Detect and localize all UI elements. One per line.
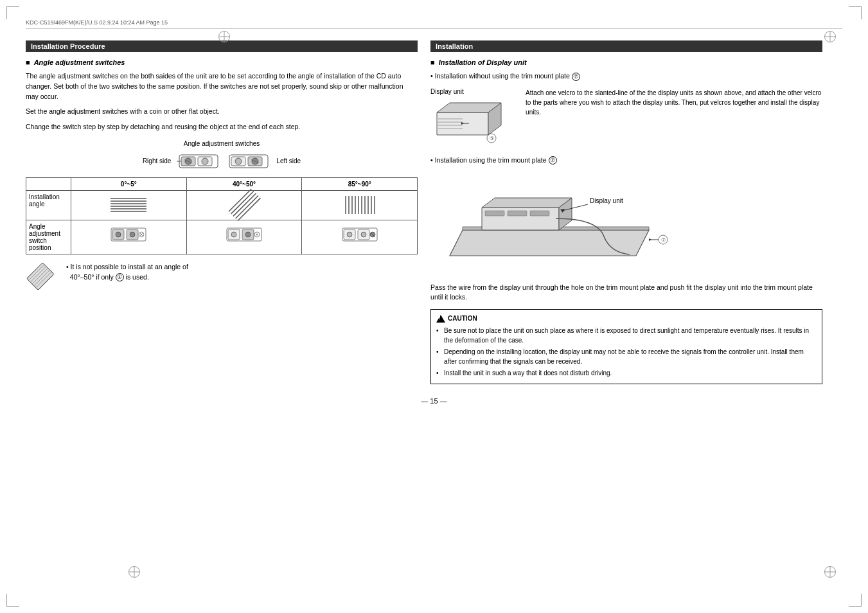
- caution-item-3: Install the unit in such a way that it d…: [436, 368, 817, 378]
- right-side-label: Right side: [143, 157, 171, 164]
- svg-point-46: [245, 232, 251, 237]
- vertical-angle-visual: [302, 190, 418, 220]
- svg-line-20: [236, 195, 258, 218]
- switch-pos-85-90: [302, 220, 418, 254]
- left-column: Installation Procedure Angle adjustment …: [26, 40, 418, 384]
- trim-mount-svg: Display unit ⑦: [430, 172, 668, 275]
- caution-triangle-icon: [436, 315, 445, 323]
- page-header: KDC-C519/469FM(K/E)/U.S 02.9.24 10:24 AM…: [26, 19, 842, 29]
- right-switch-svg: [176, 150, 221, 172]
- svg-line-21: [233, 193, 256, 216]
- install-with-trim-label: • Installation using the trim mount plat…: [430, 155, 822, 166]
- caution-item-1: Be sure not to place the unit on such pl…: [436, 326, 817, 345]
- switch-pos-0-5: [71, 220, 187, 254]
- svg-text:⑦: ⑦: [661, 237, 666, 243]
- svg-point-9: [235, 158, 242, 164]
- svg-point-36: [116, 232, 121, 237]
- content-area: Installation Procedure Angle adjustment …: [26, 40, 842, 384]
- svg-point-54: [361, 232, 366, 237]
- caution-item-2: Depending on the installing location, th…: [436, 347, 817, 366]
- corner-tl: [6, 6, 19, 19]
- diag-svg: [225, 193, 263, 216]
- pass-wire-text: Pass the wire from the display unit thro…: [430, 283, 822, 303]
- note-text: • It is not possible to install at an an…: [66, 262, 188, 283]
- diagonal-angle-visual: [186, 190, 302, 220]
- caution-box: CAUTION Be sure not to place the unit on…: [430, 309, 822, 384]
- caution-header: CAUTION: [436, 314, 817, 323]
- display-unit-svg-1: ⑤: [430, 96, 514, 148]
- header-text: KDC-C519/469FM(K/E)/U.S 02.9.24 10:24 AM…: [26, 19, 168, 26]
- svg-point-38: [130, 232, 135, 237]
- svg-text:⑤: ⑤: [490, 136, 494, 141]
- svg-line-22: [231, 191, 254, 213]
- switch-pos-40-50: [186, 220, 302, 254]
- corner-tr: [849, 6, 862, 19]
- flat-svg: [109, 193, 148, 216]
- right-column: Installation Installation of Display uni…: [430, 40, 822, 384]
- circle-7-2: ⑦: [549, 156, 557, 164]
- page-number: — 15 —: [26, 397, 842, 405]
- row1-label: Installationangle: [26, 190, 71, 220]
- right-section-title: Installation: [436, 42, 473, 50]
- switch-pos-vert-svg: [341, 223, 379, 245]
- switches-row: Right side: [26, 150, 418, 172]
- body-text-3: Change the switch step by step by detach…: [26, 122, 418, 132]
- display-unit-diagram-1: Display unit: [430, 88, 514, 149]
- flat-angle-visual: [71, 190, 187, 220]
- svg-line-19: [238, 198, 260, 220]
- svg-point-5: [202, 158, 208, 164]
- svg-line-23: [229, 189, 251, 211]
- col-85-90: 85°~90°: [302, 177, 418, 190]
- cd-changer-icon: [26, 262, 61, 298]
- body-text-2: Set the angle adjustment switches with a…: [26, 107, 418, 117]
- col-40-50: 40°~50°: [186, 177, 302, 190]
- left-side-label: Left side: [276, 157, 301, 164]
- page: KDC-C519/469FM(K/E)/U.S 02.9.24 10:24 AM…: [0, 0, 868, 613]
- left-section-header: Installation Procedure: [26, 40, 418, 52]
- display-without-trim-row: Display unit: [430, 88, 822, 149]
- display-unit-label: Installation of Display unit: [439, 58, 527, 66]
- corner-bl: [6, 594, 19, 607]
- angle-diagram-label: Angle adjustment switches: [26, 140, 418, 147]
- angle-switches-label: Angle adjustment switches: [34, 58, 125, 66]
- angle-table: 0°~5° 40°~50° 85°~90° Installationangle: [26, 177, 418, 254]
- left-section-title: Installation Procedure: [31, 42, 105, 50]
- crosshair-br: [824, 566, 836, 578]
- switch-pos-diag-svg: [225, 223, 263, 245]
- display-unit-label-1: Display unit: [430, 88, 514, 95]
- velcro-instruction-text: Attach one velcro to the slanted-line of…: [526, 88, 822, 117]
- caution-list: Be sure not to place the unit on such pl…: [436, 326, 817, 378]
- corner-br: [849, 594, 862, 607]
- angle-diagram: Angle adjustment switches Right side: [26, 140, 418, 254]
- vert-svg: [341, 193, 379, 216]
- svg-rect-80: [508, 211, 527, 216]
- note-row: • It is not possible to install at an an…: [26, 262, 418, 298]
- trim-mount-diagram: Display unit ⑦: [430, 172, 822, 276]
- circle-1: ①: [116, 273, 124, 281]
- crosshair-bl: [128, 566, 140, 578]
- svg-text:Display unit: Display unit: [590, 197, 623, 204]
- svg-marker-77: [482, 198, 572, 208]
- svg-rect-81: [530, 211, 549, 216]
- right-section-header: Installation: [430, 40, 822, 52]
- display-unit-heading: Installation of Display unit: [430, 58, 822, 66]
- svg-point-44: [231, 232, 236, 237]
- svg-rect-79: [485, 211, 504, 216]
- caution-label: CAUTION: [448, 314, 477, 323]
- svg-rect-57: [27, 263, 54, 290]
- svg-point-52: [347, 232, 352, 237]
- angle-switches-heading: Angle adjustment switches: [26, 58, 418, 66]
- left-switch-svg: [226, 150, 271, 172]
- svg-marker-86: [649, 238, 651, 241]
- row2-label: Angleadjustmentswitchposition: [26, 220, 71, 254]
- body-text-1: The angle adjustment switches on the bot…: [26, 71, 418, 102]
- circle-7-1: ⑦: [572, 73, 580, 81]
- switch-pos-flat-svg: [109, 223, 148, 245]
- install-without-trim-label: • Installation without using the trim mo…: [430, 71, 822, 82]
- col-0-5: 0°~5°: [71, 177, 187, 190]
